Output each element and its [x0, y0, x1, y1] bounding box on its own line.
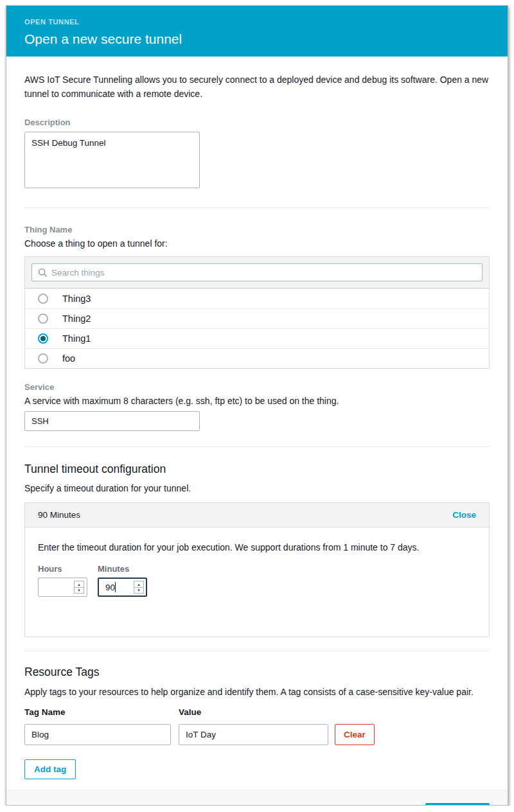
tag-value-column-label: Value — [179, 707, 201, 717]
spinner-control: ▲ ▼ — [134, 581, 144, 594]
thing-option-label: Thing1 — [62, 333, 91, 344]
search-input[interactable] — [51, 264, 482, 281]
spinner-control: ▲ ▼ — [74, 581, 84, 594]
description-textarea[interactable]: SSH Debug Tunnel — [24, 132, 200, 188]
search-icon — [38, 268, 48, 278]
tags-title: Resource Tags — [24, 666, 490, 679]
add-tag-button[interactable]: Add tag — [24, 759, 76, 779]
page-title: Open a new secure tunnel — [24, 31, 490, 47]
thing-option-label: foo — [62, 353, 75, 364]
thing-option-label: Thing2 — [62, 313, 91, 324]
thing-option-thing1[interactable]: Thing1 — [25, 328, 489, 348]
intro-text: AWS IoT Secure Tunneling allows you to s… — [24, 73, 490, 101]
header-eyebrow: OPEN TUNNEL — [24, 18, 490, 26]
timeout-summary: 90 Minutes — [38, 510, 80, 520]
service-input[interactable] — [24, 411, 200, 431]
tag-header-row: Tag Name Value — [24, 707, 490, 717]
minutes-stepper: ▲ ▼ — [98, 578, 147, 597]
hours-stepper: ▲ ▼ — [38, 578, 87, 597]
dialog-header: OPEN TUNNEL Open a new secure tunnel — [6, 6, 508, 57]
thing-option-foo[interactable]: foo — [25, 348, 489, 368]
service-helper-text: A service with maximum 8 characters (e.g… — [24, 396, 490, 406]
timeout-body-text: Enter the timeout duration for your job … — [38, 542, 476, 552]
timeout-panel-body: Enter the timeout duration for your job … — [25, 527, 489, 637]
radio-button[interactable] — [38, 313, 48, 324]
open-new-button[interactable]: Open New — [425, 803, 490, 806]
spinner-up-icon[interactable]: ▲ — [75, 581, 84, 588]
section-thing: Thing Name Choose a thing to open a tunn… — [6, 208, 508, 447]
open-tunnel-dialog: OPEN TUNNEL Open a new secure tunnel AWS… — [6, 5, 508, 806]
timeout-panel: 90 Minutes Close Enter the timeout durat… — [24, 502, 490, 637]
radio-button[interactable] — [38, 353, 48, 364]
radio-button[interactable] — [38, 294, 48, 304]
hours-field: Hours ▲ ▼ — [38, 564, 87, 597]
clear-tag-button[interactable]: Clear — [335, 724, 375, 745]
thing-picker: Thing3 Thing2 Thing1 foo — [24, 256, 490, 369]
thing-option-thing2[interactable]: Thing2 — [25, 308, 489, 328]
search-area — [25, 257, 489, 288]
thing-helper-text: Choose a thing to open a tunnel for: — [24, 238, 490, 249]
tags-helper-text: Apply tags to your resources to help org… — [24, 687, 490, 697]
timeout-helper-text: Specify a timeout duration for your tunn… — [24, 483, 490, 493]
duration-fields: Hours ▲ ▼ Minutes — [38, 564, 476, 597]
timeout-panel-header: 90 Minutes Close — [25, 503, 489, 527]
section-tags: Resource Tags Apply tags to your resourc… — [6, 651, 508, 790]
section-timeout: Tunnel timeout configuration Specify a t… — [6, 447, 508, 651]
section-description: AWS IoT Secure Tunneling allows you to s… — [6, 73, 508, 208]
tag-name-input[interactable] — [24, 724, 171, 745]
tag-row: Clear — [24, 724, 490, 745]
spinner-up-icon[interactable]: ▲ — [134, 581, 143, 588]
dialog-footer: Cancel Open New — [6, 790, 508, 806]
timeout-title: Tunnel timeout configuration — [24, 463, 490, 476]
tag-name-column-label: Tag Name — [24, 707, 179, 717]
text-cursor — [115, 582, 116, 592]
search-field[interactable] — [31, 263, 483, 281]
spinner-down-icon[interactable]: ▼ — [134, 588, 143, 594]
thing-name-label: Thing Name — [24, 225, 490, 234]
radio-button-selected[interactable] — [38, 333, 48, 344]
tag-value-input[interactable] — [179, 724, 328, 745]
close-link[interactable]: Close — [452, 510, 476, 520]
minutes-label: Minutes — [98, 564, 147, 574]
spinner-down-icon[interactable]: ▼ — [75, 588, 84, 594]
hours-label: Hours — [38, 564, 87, 574]
thing-option-label: Thing3 — [62, 294, 91, 304]
service-label: Service — [24, 382, 490, 392]
minutes-field: Minutes ▲ ▼ — [98, 564, 147, 597]
thing-option-thing3[interactable]: Thing3 — [25, 288, 489, 308]
description-label: Description — [24, 118, 490, 127]
